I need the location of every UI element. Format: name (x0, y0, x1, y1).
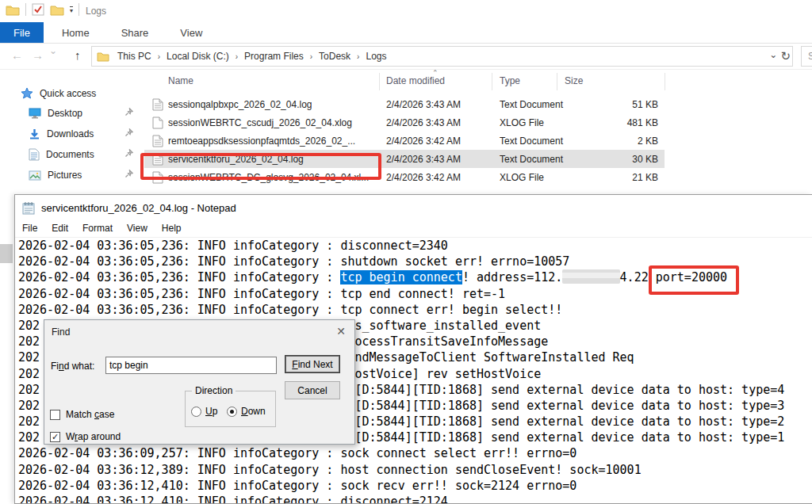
sidebar-item-label: Documents (46, 149, 94, 160)
breadcrumb-item[interactable]: This PC (113, 51, 156, 62)
tab-home[interactable]: Home (48, 22, 103, 43)
log-text: 2026-02-04 03:36:05,236: INFO infoCatego… (18, 239, 448, 253)
breadcrumb-separator-icon: › (355, 52, 361, 61)
column-header-type[interactable]: Type (500, 75, 520, 86)
address-box[interactable]: This PC›Local Disk (C:)›Program Files›To… (91, 46, 793, 67)
file-type: Text Document (500, 154, 563, 165)
search-input[interactable]: S (801, 46, 812, 67)
log-line: 2026-02-04 03:36:12,410: INFO infoCatego… (18, 494, 812, 503)
file-row[interactable]: sessionWEBRTC_cscudj_2026_02_04.xlog2/4/… (144, 113, 812, 132)
menu-item-help[interactable]: Help (155, 220, 189, 237)
qat-checkmark-icon[interactable] (32, 3, 44, 16)
sidebar-item-documents[interactable]: Documents (0, 144, 144, 165)
find-next-button[interactable]: Find Next (285, 355, 340, 373)
column-separator[interactable] (379, 73, 380, 90)
direction-group: Direction Up Down (185, 391, 276, 427)
log-text: 202 (18, 334, 40, 349)
forward-icon[interactable]: → (32, 48, 44, 62)
direction-up-radio[interactable]: Up (191, 406, 217, 417)
window-title: Logs (86, 6, 106, 17)
up-icon[interactable]: ↑ (75, 48, 81, 62)
menu-item-format[interactable]: Format (75, 220, 120, 237)
log-text: 202 (18, 430, 40, 445)
file-name: sessionWEBRTC_DC_glosvg_2026_02_04.xl... (168, 172, 369, 183)
column-separator[interactable] (665, 73, 665, 90)
notepad-app-icon (22, 201, 36, 215)
log-line: 2026-02-04 03:36:05,236: INFO infoCatego… (18, 269, 812, 285)
log-text: 202 (18, 383, 40, 397)
file-size: 30 KB (565, 154, 658, 165)
file-row[interactable]: remtoeappsdksessionpfaqmtds_2026_02_...2… (144, 132, 812, 150)
log-text: 2026-02-04 03:36:05,236: INFO infoCatego… (18, 287, 505, 301)
address-bar-row: ← → ⌄ ↑ This PC›Local Disk (C:)›Program … (0, 44, 812, 70)
address-dropdown-chevron-icon[interactable]: ⌄ (769, 49, 777, 60)
find-dialog-title: Find (52, 326, 70, 338)
file-blank-icon (152, 116, 163, 129)
find-what-input[interactable]: tcp begin (105, 357, 277, 374)
file-date: 2/4/2026 3:42 AM (386, 172, 461, 183)
menu-item-file[interactable]: File (15, 220, 44, 237)
log-text: ostVoice] rev setHostVoice (354, 367, 541, 381)
tab-view[interactable]: View (167, 22, 216, 43)
recent-locations-chevron-icon[interactable]: ⌄ (49, 45, 57, 56)
match-case-checkbox[interactable]: Match case (50, 409, 114, 420)
sidebar-item-downloads[interactable]: Downloads (0, 124, 144, 144)
close-icon[interactable]: ✕ (336, 325, 346, 338)
file-list-pane: NameDate modifiedTypeSize⌃ sessionqalpbx… (144, 70, 812, 194)
file-type: Text Document (500, 136, 563, 147)
direction-down-radio[interactable]: Down (227, 406, 266, 417)
breadcrumb-item[interactable]: Local Disk (C:) (162, 51, 234, 62)
wrap-around-checkbox[interactable]: ✓ Wrap around (50, 431, 121, 442)
sidebar-item-desktop[interactable]: Desktop (0, 103, 144, 124)
log-text: ! address=112. (462, 270, 562, 284)
file-type: Text Document (500, 99, 563, 110)
log-line: 2026-02-04 03:36:09,257: INFO infoCatego… (18, 445, 812, 461)
log-line: 2026-02-04 03:36:05,236: INFO infoCatego… (18, 238, 812, 254)
background-fragment (0, 244, 13, 263)
log-text: [D:5844][TID:1868] send external device … (354, 399, 784, 413)
sidebar-item-label: Pictures (48, 170, 82, 181)
column-header-size[interactable]: Size (565, 75, 583, 86)
sidebar-item-pictures[interactable]: Pictures (0, 165, 144, 185)
tab-share[interactable]: Share (108, 22, 163, 43)
file-row[interactable]: servicentktforu_2026_02_04.log2/4/2026 3… (144, 150, 665, 168)
qat-customize-chevron-icon[interactable]: ▾ (70, 6, 73, 13)
checkbox-icon (50, 410, 60, 420)
log-text: [D:5844][TID:1868] send external device … (354, 414, 784, 429)
notepad-title: servicentktforu_2026_02_04.log - Notepad (41, 202, 236, 214)
folder-app-icon (6, 4, 20, 16)
explorer-titlebar: ▾ Logs (0, 0, 812, 22)
sidebar-header-quick-access[interactable]: Quick access (0, 84, 144, 103)
log-text: s_software_installed_event (354, 319, 541, 333)
column-separator[interactable] (492, 73, 492, 90)
wrap-around-label: Wrap around (66, 431, 121, 442)
screen: ▾ Logs FileHomeShareView ← → ⌄ ↑ This PC… (0, 0, 812, 504)
radio-icon (227, 407, 237, 417)
pin-icon (124, 149, 133, 158)
breadcrumb-item[interactable]: ToDesk (314, 51, 355, 62)
refresh-icon[interactable]: ↻ (780, 49, 791, 63)
notepad-menubar: FileEditFormatViewHelp (15, 220, 812, 238)
log-text: 202 (18, 399, 40, 413)
explorer-window: ▾ Logs FileHomeShareView ← → ⌄ ↑ This PC… (0, 0, 812, 195)
tab-file[interactable]: File (0, 22, 44, 43)
column-header-date-modified[interactable]: Date modified (386, 75, 445, 86)
back-icon[interactable]: ← (11, 48, 23, 62)
file-text-icon (152, 98, 163, 111)
redacted-blur (562, 269, 619, 284)
cancel-button[interactable]: Cancel (285, 381, 340, 399)
column-separator[interactable] (557, 73, 557, 90)
breadcrumb-item[interactable]: Program Files (239, 51, 308, 62)
checkbox-icon: ✓ (50, 432, 60, 442)
file-row[interactable]: sessionqalpbxpc_2026_02_04.log2/4/2026 3… (144, 95, 812, 113)
pin-icon (124, 170, 133, 178)
qat-new-folder-icon[interactable] (50, 4, 64, 16)
find-what-value: tcp begin (109, 360, 148, 371)
documents-icon (29, 148, 40, 161)
ribbon-tabs: FileHomeShareView (0, 22, 812, 44)
menu-item-edit[interactable]: Edit (44, 220, 75, 237)
breadcrumb-item[interactable]: Logs (361, 51, 391, 62)
menu-item-view[interactable]: View (120, 220, 155, 237)
column-header-name[interactable]: Name (168, 75, 193, 86)
file-row[interactable]: sessionWEBRTC_DC_glosvg_2026_02_04.xl...… (144, 168, 812, 186)
